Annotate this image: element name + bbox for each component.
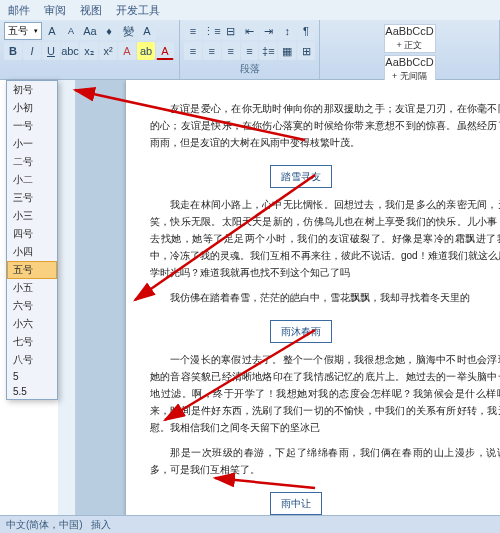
multilevel-button[interactable]: ⊟ <box>222 22 240 40</box>
paragraph: 那是一次班级的春游，下起了绵绵春雨，我们俩在春雨的山上漫步，说说然不多，可是我们… <box>150 444 500 478</box>
change-case-button[interactable]: Aa <box>81 22 99 40</box>
font-size-option[interactable]: 小一 <box>7 135 57 153</box>
superscript-button[interactable]: x² <box>99 42 117 60</box>
bullets-button[interactable]: ≡ <box>184 22 202 40</box>
clear-format-button[interactable]: ♦ <box>100 22 118 40</box>
italic-button[interactable]: I <box>23 42 41 60</box>
paragraph: 我仿佛在踏着春雪，茫茫的皑白中，雪花飘飘，我却寻找着冬天里的 <box>150 289 500 306</box>
numbering-button[interactable]: ⋮≡ <box>203 22 221 40</box>
font-size-option[interactable]: 5.5 <box>7 384 57 399</box>
align-right-button[interactable]: ≡ <box>222 42 240 60</box>
shrink-font-button[interactable]: A <box>62 22 80 40</box>
font-size-option[interactable]: 小二 <box>7 171 57 189</box>
align-center-button[interactable]: ≡ <box>203 42 221 60</box>
font-size-selector[interactable]: 五号▾ <box>4 22 42 40</box>
menu-bar: 邮件 审阅 视图 开发工具 <box>0 0 500 20</box>
font-size-option[interactable]: 5 <box>7 369 57 384</box>
heading-1: 踏雪寻友 <box>270 165 332 188</box>
font-size-option[interactable]: 四号 <box>7 225 57 243</box>
font-size-option[interactable]: 小五 <box>7 279 57 297</box>
font-size-option[interactable]: 二号 <box>7 153 57 171</box>
align-left-button[interactable]: ≡ <box>184 42 202 60</box>
document-area[interactable]: 友谊是爱心，在你无助时伸向你的那双援助之手；友谊是刀刃，在你毫不防的你的心；友谊… <box>76 80 500 515</box>
ribbon-group-font: 五号▾ A A Aa ♦ 變 A B I U abc x₂ x² A ab A <box>0 20 180 79</box>
menu-view[interactable]: 视图 <box>80 3 102 18</box>
group-label-paragraph: 段落 <box>184 62 315 77</box>
font-size-option[interactable]: 八号 <box>7 351 57 369</box>
menu-devtools[interactable]: 开发工具 <box>116 3 160 18</box>
paragraph: 我走在林间小路上，心中无比惆怅。回想过去，我们是多么的亲密无间，天说有笑，快乐无… <box>150 196 500 281</box>
status-bar: 中文(简体，中国) 插入 <box>0 515 500 533</box>
font-size-option[interactable]: 五号 <box>7 261 57 279</box>
line-spacing-button[interactable]: ‡≡ <box>259 42 277 60</box>
ribbon-group-paragraph: ≡ ⋮≡ ⊟ ⇤ ⇥ ↕ ¶ ≡ ≡ ≡ ≡ ‡≡ ▦ ⊞ 段落 <box>180 20 320 79</box>
increase-indent-button[interactable]: ⇥ <box>259 22 277 40</box>
sort-button[interactable]: ↕ <box>278 22 296 40</box>
justify-button[interactable]: ≡ <box>241 42 259 60</box>
paragraph: 友谊是爱心，在你无助时伸向你的那双援助之手；友谊是刀刃，在你毫不防的你的心；友谊… <box>150 100 500 151</box>
font-size-option[interactable]: 初号 <box>7 81 57 99</box>
font-size-option[interactable]: 六号 <box>7 297 57 315</box>
font-size-option[interactable]: 小初 <box>7 99 57 117</box>
status-language[interactable]: 中文(简体，中国) <box>6 518 83 532</box>
shading-button[interactable]: ▦ <box>278 42 296 60</box>
menu-review[interactable]: 审阅 <box>44 3 66 18</box>
bold-button[interactable]: B <box>4 42 22 60</box>
font-color-button[interactable]: A <box>156 42 174 60</box>
phonetic-button[interactable]: 變 <box>119 22 137 40</box>
char-border-button[interactable]: A <box>138 22 156 40</box>
font-size-option[interactable]: 6.5 <box>7 399 57 400</box>
heading-3: 雨中让 <box>270 492 322 515</box>
highlight-button[interactable]: ab <box>137 42 155 60</box>
font-size-option[interactable]: 七号 <box>7 333 57 351</box>
paragraph: 一个漫长的寒假过去了。整个一个假期，我很想念她，脑海中不时也会浮现原来她的音容笑… <box>150 351 500 436</box>
workspace: 初号小初一号小一二号小二三号小三四号小四五号小五六号小六七号八号55.56.57… <box>0 80 500 515</box>
underline-button[interactable]: U <box>42 42 60 60</box>
menu-mail[interactable]: 邮件 <box>8 3 30 18</box>
ribbon-group-styles: AaBbCcD+ 正文 AaBbCcD+ 无间隔 AaB标题 1 AaBb(标题… <box>320 20 500 79</box>
font-size-option[interactable]: 小六 <box>7 315 57 333</box>
heading-2: 雨沐春雨 <box>270 320 332 343</box>
page: 友谊是爱心，在你无助时伸向你的那双援助之手；友谊是刀刃，在你毫不防的你的心；友谊… <box>126 80 500 515</box>
borders-button[interactable]: ⊞ <box>297 42 315 60</box>
status-insert-mode[interactable]: 插入 <box>91 518 111 532</box>
decrease-indent-button[interactable]: ⇤ <box>241 22 259 40</box>
font-size-dropdown[interactable]: 初号小初一号小一二号小二三号小三四号小四五号小五六号小六七号八号55.56.57… <box>6 80 58 400</box>
ribbon: 五号▾ A A Aa ♦ 變 A B I U abc x₂ x² A ab A … <box>0 20 500 80</box>
font-size-option[interactable]: 小四 <box>7 243 57 261</box>
font-size-option[interactable]: 小三 <box>7 207 57 225</box>
grow-font-button[interactable]: A <box>43 22 61 40</box>
vertical-ruler <box>58 80 76 515</box>
strike-button[interactable]: abc <box>61 42 79 60</box>
font-size-option[interactable]: 三号 <box>7 189 57 207</box>
style-normal[interactable]: AaBbCcD+ 正文 <box>384 24 436 53</box>
show-marks-button[interactable]: ¶ <box>297 22 315 40</box>
subscript-button[interactable]: x₂ <box>80 42 98 60</box>
text-effect-button[interactable]: A <box>118 42 136 60</box>
font-size-option[interactable]: 一号 <box>7 117 57 135</box>
